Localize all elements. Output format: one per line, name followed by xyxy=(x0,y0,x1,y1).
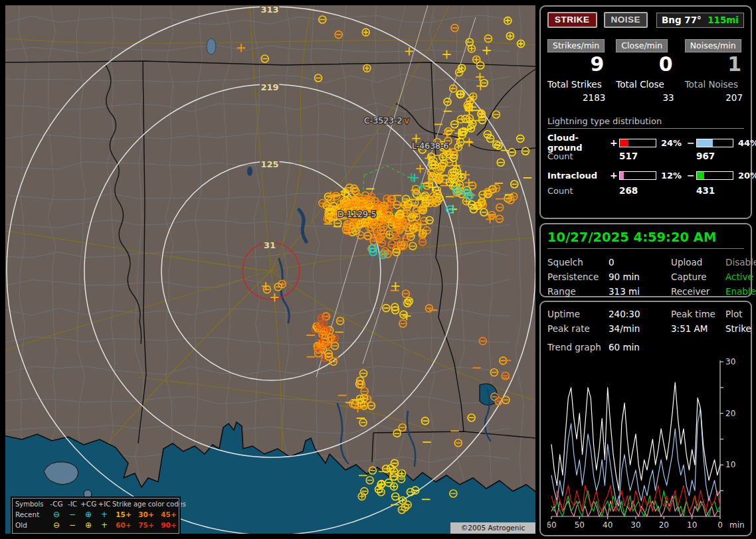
cg-positive-count: 517 xyxy=(619,151,687,161)
distribution-title: Lightning type distribution xyxy=(547,116,744,129)
ic-negative-bar xyxy=(696,171,733,180)
persistence-label: Persistence xyxy=(547,271,609,282)
age-60: 60+ xyxy=(112,521,135,529)
datetime-display: 10/27/2025 4:59:20 AM xyxy=(547,230,744,249)
receiver-value: Enabled xyxy=(725,286,756,297)
cg-count-label: Count xyxy=(547,151,610,161)
cg-positive-bar xyxy=(619,139,656,147)
svg-text:31: 31 xyxy=(264,240,276,250)
upload-value: Disabled xyxy=(725,257,756,268)
strike-button[interactable]: STRIKE xyxy=(547,12,597,28)
peak-rate-label: Peak rate xyxy=(547,323,609,334)
cloud-ground-count-row: Count 517 967 xyxy=(547,149,744,163)
cloud-ground-label: Cloud-ground xyxy=(547,133,610,153)
uptime-value: 240:30 xyxy=(609,309,671,319)
receiver-label: Receiver xyxy=(671,286,725,297)
ic-positive-pct: 12% xyxy=(658,171,687,181)
noise-button[interactable]: NOISE xyxy=(604,12,648,28)
peak-rate-value: 34/min xyxy=(609,323,671,334)
total-strikes-label: Total Strikes xyxy=(547,79,607,90)
svg-text:10: 10 xyxy=(725,460,735,469)
svg-text:20: 20 xyxy=(659,520,669,529)
svg-text:min: min xyxy=(729,520,745,529)
legend-col-pic: +IC xyxy=(96,499,112,508)
old-pos-cg-icon: ⊕ xyxy=(80,520,96,530)
intracloud-count-row: Count 268 431 xyxy=(547,183,744,198)
close-rate: 0 xyxy=(616,54,675,75)
noises-rate: 1 xyxy=(685,54,744,75)
minus-sign: − xyxy=(687,170,696,181)
close-per-min-button[interactable]: Close/min xyxy=(616,39,668,52)
bearing-range: 115mi xyxy=(708,15,739,25)
plus-sign: + xyxy=(610,170,619,181)
cg-positive-pct: 24% xyxy=(658,138,687,148)
legend-col-nic: -IC xyxy=(64,499,80,508)
map-graphics: 31321912531C-3523-2vL-4638-6D-1129-5 xyxy=(5,5,535,534)
squelch-label: Squelch xyxy=(547,257,609,268)
close-column: Close/min 0 Total Close 33 xyxy=(616,38,675,103)
old-neg-ic-icon: − xyxy=(64,520,80,530)
age-90: 90+ xyxy=(157,521,180,529)
legend-symbols-header: Symbols xyxy=(15,501,48,508)
cg-negative-bar-fill xyxy=(697,139,713,147)
map-canvas[interactable]: 31321912531C-3523-2vL-4638-6D-1129-5 Sym… xyxy=(5,5,535,534)
uptime-label: Uptime xyxy=(547,309,609,319)
old-neg-cg-icon: ⊖ xyxy=(48,520,64,530)
svg-text:D-1129-5: D-1129-5 xyxy=(337,209,376,219)
upload-label: Upload xyxy=(671,257,725,268)
cg-negative-bar xyxy=(696,139,733,147)
trend-graph-label: Trend graph xyxy=(547,342,609,352)
recent-neg-cg-icon: ⊖ xyxy=(48,510,64,519)
capture-label: Capture xyxy=(671,271,725,282)
total-strikes-value: 2183 xyxy=(547,92,607,103)
cg-negative-count: 967 xyxy=(696,151,744,161)
bearing-readout[interactable]: Bng 77° 115mi xyxy=(656,13,744,28)
svg-text:20: 20 xyxy=(725,409,735,418)
range-label: Range xyxy=(547,286,609,297)
svg-text:219: 219 xyxy=(260,82,278,92)
legend-old-label: Old xyxy=(15,521,48,529)
age-45: 45+ xyxy=(157,510,180,518)
persistence-value: 90 min xyxy=(609,271,671,282)
plot-value: Strike xyxy=(725,323,751,334)
copyright-label: ©2005 Astrogenic Systems xyxy=(450,522,535,534)
cg-positive-bar-fill xyxy=(620,139,628,147)
ic-positive-bar xyxy=(619,171,656,180)
age-30: 30+ xyxy=(135,510,157,518)
svg-text:10: 10 xyxy=(687,520,697,529)
trend-panel: Uptime 240:30 Peak time Plot Peak rate 3… xyxy=(539,301,752,536)
ic-count-label: Count xyxy=(547,186,610,196)
noises-per-min-button[interactable]: Noises/min xyxy=(685,39,741,52)
total-noises-label: Total Noises xyxy=(685,79,744,90)
noises-column: Noises/min 1 Total Noises 207 xyxy=(685,38,744,103)
plot-label: Plot xyxy=(725,309,751,319)
bearing-label: Bng 77° xyxy=(662,15,702,25)
legend-col-ncg: -CG xyxy=(48,499,64,508)
svg-text:50: 50 xyxy=(575,520,585,529)
plus-sign: + xyxy=(610,137,619,148)
strikes-per-min-button[interactable]: Strikes/min xyxy=(547,39,605,52)
ic-positive-count: 268 xyxy=(619,185,687,196)
total-close-value: 33 xyxy=(616,92,675,103)
svg-text:60: 60 xyxy=(547,520,557,529)
svg-text:30: 30 xyxy=(630,520,640,529)
total-noises-value: 207 xyxy=(685,92,744,103)
svg-text:0: 0 xyxy=(717,520,723,529)
stormvue-window: { "window": { "copyright": "©2005 Astrog… xyxy=(0,0,756,539)
minus-sign: − xyxy=(687,137,696,148)
cloud-ground-row: Cloud-ground + 24% − 44% xyxy=(547,133,744,149)
peak-time-value: 3:51 AM xyxy=(671,323,725,334)
svg-text:313: 313 xyxy=(260,5,278,15)
strikes-rate: 9 xyxy=(547,54,607,75)
ic-negative-count: 431 xyxy=(696,185,744,196)
strikes-column: Strikes/min 9 Total Strikes 2183 xyxy=(547,38,607,103)
svg-text:40: 40 xyxy=(603,520,613,529)
svg-text:L-4638-6: L-4638-6 xyxy=(412,141,449,151)
map-legend: Symbols -CG -IC +CG +IC Strike age color… xyxy=(12,498,179,534)
old-pos-ic-icon: + xyxy=(96,520,112,530)
age-75: 75+ xyxy=(135,521,157,529)
capture-value: Active xyxy=(725,271,756,282)
recent-pos-cg-icon: ⊕ xyxy=(80,510,96,519)
peak-time-label: Peak time xyxy=(671,309,725,319)
sidebar: STRIKE NOISE Bng 77° 115mi Strikes/min 9… xyxy=(539,0,756,539)
